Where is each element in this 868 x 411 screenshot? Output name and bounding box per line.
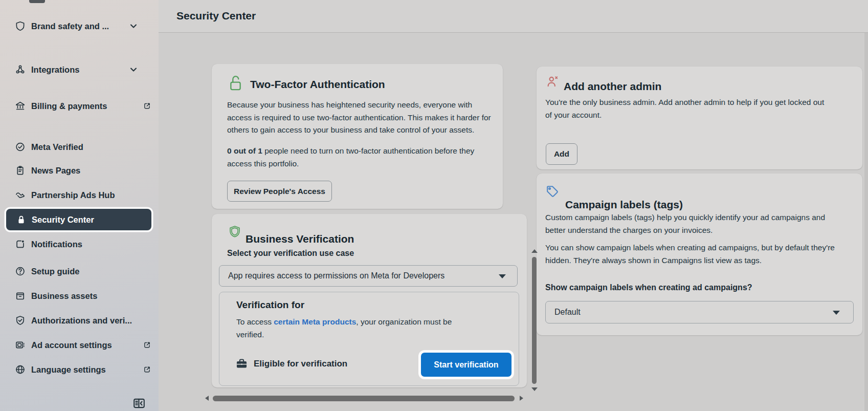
- verification-use-case-label: Select your verification use case: [227, 249, 354, 258]
- card-title: Business Verification: [246, 233, 354, 245]
- selected-use-case: App requires access to permissions on Me…: [219, 271, 444, 280]
- scroll-down-arrow[interactable]: [531, 387, 538, 391]
- show-labels-question-label: Show campaign labels when creating ad ca…: [545, 283, 752, 292]
- sidebar-item-label: News Pages: [31, 166, 80, 176]
- verification-for-panel: Verification for To access certain Meta …: [219, 292, 519, 386]
- business-verification-card: Business Verification Select your verifi…: [212, 214, 527, 387]
- clipboard-icon: [15, 165, 26, 176]
- sidebar-item-language-settings[interactable]: Language settings: [0, 359, 159, 380]
- sidebar-item-meta-verified[interactable]: Meta Verified: [0, 137, 159, 157]
- shield-icon: [15, 21, 26, 32]
- verification-for-title: Verification for: [236, 299, 304, 311]
- sidebar-item-news-pages[interactable]: News Pages: [0, 160, 159, 181]
- ad-account-icon: [15, 340, 26, 351]
- two-factor-status: 0 out of 1 people need to turn on two-fa…: [227, 145, 494, 170]
- sidebar-item-label: Business assets: [31, 291, 97, 301]
- sidebar-item-ad-account-settings[interactable]: Ad account settings: [0, 335, 159, 355]
- start-verification-button[interactable]: Start verification: [421, 353, 511, 377]
- question-circle-icon: [15, 266, 26, 277]
- two-factor-count: 0 out of 1: [227, 146, 262, 155]
- integrations-icon: [15, 64, 26, 75]
- tag-icon: [545, 184, 559, 198]
- window-right-edge: [864, 0, 868, 411]
- sidebar-item-label: Ad account settings: [31, 340, 112, 350]
- sidebar: Brand safety and ... Integrations Billin…: [0, 0, 159, 411]
- campaign-labels-description-1: Custom campaign labels (tags) help you q…: [545, 211, 834, 236]
- caret-down-icon: [833, 311, 840, 315]
- horizontal-scrollbar[interactable]: [213, 396, 515, 401]
- sidebar-item-label: Authorizations and veri...: [31, 316, 132, 326]
- shield-check-icon: [15, 315, 26, 326]
- bank-icon: [15, 101, 26, 112]
- add-another-admin-card: Add another admin You're the only busine…: [537, 67, 862, 169]
- campaign-labels-description-2: You can show campaign labels when creati…: [545, 242, 844, 267]
- two-factor-description: Because your business has heightened sec…: [227, 99, 494, 137]
- page-header: Security Center: [159, 0, 868, 33]
- scroll-right-arrow[interactable]: [520, 396, 523, 401]
- sidebar-item-brand-safety[interactable]: Brand safety and ...: [0, 16, 159, 36]
- sidebar-item-label: Notifications: [31, 240, 82, 249]
- external-link-icon: [143, 365, 151, 374]
- collapse-sidebar-button[interactable]: [131, 396, 147, 410]
- lock-open-icon: [228, 74, 243, 92]
- external-link-icon: [143, 341, 151, 350]
- lock-icon: [16, 214, 27, 225]
- handshake-icon: [15, 190, 26, 201]
- sidebar-item-label: Partnership Ads Hub: [31, 190, 115, 200]
- page-title: Security Center: [176, 10, 256, 22]
- sidebar-scroll-hint: [29, 0, 45, 3]
- card-title: Two-Factor Authentication: [250, 78, 385, 91]
- caret-down-icon: [499, 274, 506, 278]
- sidebar-item-security-center[interactable]: Security Center: [6, 209, 151, 230]
- sidebar-item-label: Setup guide: [31, 267, 79, 276]
- eligibility-status: Eligible for verification: [254, 359, 347, 369]
- chevron-down-icon: [128, 64, 139, 75]
- certain-meta-products-link[interactable]: certain Meta products: [274, 317, 356, 326]
- card-title: Add another admin: [564, 80, 661, 93]
- box-icon: [15, 291, 26, 301]
- vertical-scrollbar[interactable]: [532, 257, 537, 384]
- scroll-up-arrow[interactable]: [531, 249, 538, 253]
- sidebar-item-business-assets[interactable]: Business assets: [0, 286, 159, 306]
- sidebar-item-authorizations[interactable]: Authorizations and veri...: [0, 310, 159, 331]
- sidebar-item-label: Integrations: [31, 65, 79, 75]
- card-title: Campaign labels (tags): [565, 199, 683, 211]
- sidebar-item-label: Billing & payments: [31, 101, 107, 111]
- sidebar-item-setup-guide[interactable]: Setup guide: [0, 261, 159, 282]
- campaign-labels-card: Campaign labels (tags) Custom campaign l…: [537, 174, 862, 335]
- sidebar-item-notifications[interactable]: Notifications: [0, 234, 159, 254]
- badge-check-icon: [15, 142, 26, 153]
- sidebar-item-billing-payments[interactable]: Billing & payments: [0, 96, 159, 116]
- sidebar-item-partnership-ads-hub[interactable]: Partnership Ads Hub: [0, 185, 159, 205]
- verification-use-case-select[interactable]: App requires access to permissions on Me…: [219, 265, 518, 287]
- globe-icon: [15, 364, 26, 375]
- scroll-left-arrow[interactable]: [205, 396, 209, 401]
- notification-icon: [15, 239, 26, 250]
- sidebar-item-integrations[interactable]: Integrations: [0, 59, 159, 80]
- sidebar-item-label: Meta Verified: [31, 142, 83, 152]
- person-remove-icon: [545, 75, 559, 89]
- sidebar-item-label: Language settings: [31, 365, 106, 375]
- show-labels-select[interactable]: Default: [545, 301, 854, 323]
- external-link-icon: [143, 102, 151, 111]
- collapse-sidebar-icon: [131, 396, 147, 410]
- add-admin-button[interactable]: Add: [546, 143, 577, 165]
- add-admin-description: You're the only business admin. Add anot…: [545, 96, 832, 121]
- two-factor-authentication-card: Two-Factor Authentication Because your b…: [212, 64, 503, 209]
- security-center-screen: Brand safety and ... Integrations Billin…: [0, 0, 868, 411]
- shield-verification-icon: [228, 225, 241, 238]
- sidebar-item-label: Brand safety and ...: [31, 21, 109, 31]
- review-peoples-access-button[interactable]: Review People's Access: [227, 181, 332, 202]
- briefcase-icon: [235, 358, 248, 370]
- chevron-down-icon: [128, 20, 139, 32]
- verification-for-description: To access certain Meta products, your or…: [236, 316, 469, 341]
- sidebar-item-label: Security Center: [32, 215, 94, 225]
- selected-show-labels-option: Default: [546, 308, 581, 317]
